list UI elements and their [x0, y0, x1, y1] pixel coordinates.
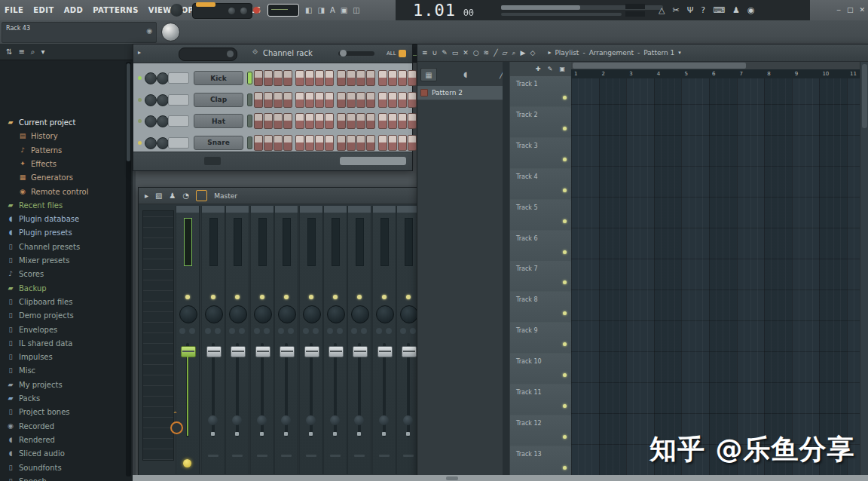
channel-button[interactable]: Hat [194, 114, 243, 128]
step-cell[interactable] [264, 113, 273, 129]
step-cell[interactable] [366, 70, 375, 86]
browser-item-project-bones[interactable]: ▯Project bones [6, 406, 127, 418]
mixer-eq-panel[interactable] [142, 210, 174, 461]
track-led[interactable] [563, 311, 567, 315]
browser-scrollbar[interactable] [126, 62, 131, 476]
strip-pan-knob[interactable] [278, 305, 296, 323]
channel-mute-pill[interactable] [247, 72, 252, 84]
track-led[interactable] [563, 96, 567, 100]
tempo-box-bottom[interactable] [625, 11, 645, 17]
menu-item-file[interactable]: FILE [5, 6, 23, 14]
track-mode-icon[interactable]: ▣ [559, 66, 565, 72]
mixer-strip-insert-2[interactable] [225, 206, 249, 474]
paint-tool-icon[interactable]: ▭ [452, 50, 459, 57]
step-cell[interactable] [305, 92, 314, 108]
strip-stereo-knob[interactable] [410, 328, 416, 334]
strip-led[interactable] [406, 295, 411, 299]
picker-patterns-tab[interactable]: ▦ [420, 68, 437, 81]
strip-pan-knob[interactable] [254, 305, 272, 323]
step-cell[interactable] [254, 113, 263, 129]
step-cell[interactable] [295, 113, 304, 129]
browser-item-effects[interactable]: ✦Effects [18, 158, 139, 170]
step-cell[interactable] [305, 135, 314, 151]
strip-pan-knob[interactable] [400, 305, 418, 323]
browser-item-impulses[interactable]: ▯Impulses [6, 351, 127, 363]
browser-item-generators[interactable]: ▦Generators [18, 171, 139, 184]
track-header-1[interactable]: Track 1 [510, 76, 571, 107]
select-tool-icon[interactable]: ▱ [503, 50, 508, 57]
playlist-menu-arrow-icon[interactable]: ▸ [548, 50, 551, 56]
mixer-detach-icon[interactable]: ♟ [169, 192, 176, 200]
browser-item-speech[interactable]: ▯Speech [6, 475, 127, 481]
browser-item-channel-presets[interactable]: ▯Channel presets [6, 240, 127, 253]
browser-item-misc[interactable]: ▯Misc [6, 364, 127, 377]
rack-filter-led[interactable] [399, 50, 406, 57]
strip-send-knob[interactable] [229, 328, 235, 334]
strip-led[interactable] [185, 295, 190, 299]
step-cell[interactable] [305, 70, 314, 86]
browser-item-mixer-presets[interactable]: ▯Mixer presets [6, 254, 127, 267]
channel-mute-pill[interactable] [247, 136, 252, 149]
step-cell[interactable] [347, 135, 356, 151]
step-cell[interactable] [325, 135, 334, 151]
step-cell[interactable] [366, 92, 375, 108]
browser-item-remote-control[interactable]: ◉Remote control [18, 185, 139, 198]
strip-led[interactable] [211, 295, 215, 299]
browser-item-clipboard-files[interactable]: ▯Clipboard files [6, 296, 127, 308]
strip-route-knob[interactable] [281, 415, 291, 425]
strip-route-knob[interactable] [232, 415, 242, 425]
browser-menu-icon[interactable]: ≡ [18, 48, 24, 56]
strip-route-led[interactable] [235, 432, 239, 436]
maximize-icon[interactable]: □ [847, 7, 854, 14]
strip-pan-knob[interactable] [303, 305, 321, 323]
track-header-4[interactable]: Track 4 [510, 169, 571, 200]
channel-led[interactable] [138, 76, 142, 80]
step-cell[interactable] [274, 135, 283, 151]
multilink-icon[interactable]: ✂ [672, 6, 679, 14]
track-header-5[interactable]: Track 5 [510, 200, 571, 231]
strip-stereo-knob[interactable] [264, 328, 270, 334]
remote-control-icon[interactable]: ♟ [732, 6, 740, 14]
strip-stereo-knob[interactable] [288, 328, 294, 334]
channel-rack-header[interactable]: ▸ ⟐ Channel rack ALL [133, 44, 412, 63]
zoom-tool-icon[interactable]: ⌕ [512, 50, 516, 57]
strip-fader-cap[interactable] [329, 346, 344, 357]
step-cell[interactable] [347, 92, 356, 108]
track-led[interactable] [563, 435, 567, 439]
tempo-box-top[interactable] [625, 4, 645, 9]
picker-audio-tab[interactable]: ◖ [458, 68, 473, 80]
strip-stereo-knob[interactable] [239, 328, 245, 334]
add-track-icon[interactable]: ✚ [536, 66, 541, 72]
channel-pan-knob[interactable] [145, 94, 157, 106]
strip-route-knob[interactable] [208, 415, 218, 425]
step-cell[interactable] [264, 92, 273, 108]
strip-send-knob[interactable] [376, 328, 382, 334]
online-icon[interactable]: ◉ [747, 6, 755, 14]
step-cell[interactable] [254, 92, 263, 108]
step-cell[interactable] [356, 113, 365, 129]
strip-fader-cap[interactable] [255, 346, 270, 357]
step-cell[interactable] [283, 70, 292, 86]
track-header-12[interactable]: Track 12 [510, 415, 571, 446]
channel-button[interactable]: Snare [194, 136, 243, 150]
channel-volume-knob[interactable] [157, 137, 169, 149]
fl-logo[interactable] [161, 23, 180, 41]
browser-item-recent-files[interactable]: ▰Recent files [6, 199, 127, 212]
typing-keyboard-icon[interactable]: A [330, 7, 335, 14]
channel-volume-knob[interactable] [157, 72, 169, 84]
mixer-selected-frame-icon[interactable] [196, 190, 207, 201]
output-monitor-icon[interactable]: ◧ [305, 7, 312, 14]
edit-tracks-icon[interactable]: ✎ [548, 66, 553, 72]
channel-route-box[interactable] [168, 94, 189, 106]
track-led[interactable] [563, 373, 567, 377]
browser-item-history[interactable]: ▤History [18, 130, 139, 142]
playlist-vscroll-handle[interactable] [862, 64, 867, 128]
rack-menu-icon[interactable]: ▸ [138, 50, 141, 56]
step-cell[interactable] [408, 92, 417, 108]
browser-item-envelopes[interactable]: ▯Envelopes [6, 323, 127, 336]
step-cell[interactable] [315, 92, 324, 108]
strip-fader-cap[interactable] [353, 346, 368, 357]
strip-led[interactable] [235, 295, 240, 299]
bottom-resize-bar[interactable] [133, 475, 868, 481]
step-cell[interactable] [378, 113, 387, 129]
